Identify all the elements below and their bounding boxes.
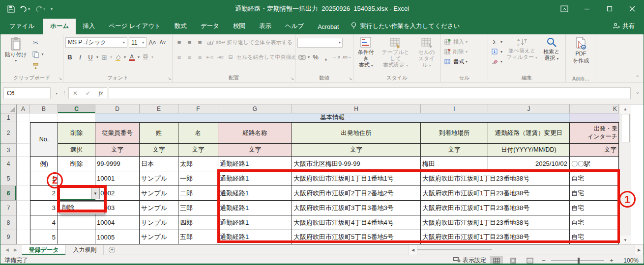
cell-b4-example[interactable]: 例) <box>30 157 58 171</box>
font-size-combo[interactable]: 11▾ <box>129 37 146 48</box>
tab-formulas[interactable]: 数式 <box>168 19 194 34</box>
cell-b9[interactable]: 5 <box>30 230 58 244</box>
insert-cells-icon[interactable] <box>443 37 452 47</box>
cell-f3-type[interactable]: 文字 <box>178 144 218 157</box>
cell-i9[interactable]: 大阪府吹田市江坂町1丁目23番地38号 <box>421 230 570 244</box>
cell-b8[interactable]: 4 <box>30 215 58 230</box>
cell-d5[interactable]: 10001 <box>95 171 140 186</box>
cell-g2-route-name[interactable]: 経路名称 <box>218 122 292 144</box>
column-header-f[interactable]: F <box>178 105 218 113</box>
view-page-break-icon[interactable] <box>524 256 536 265</box>
column-header-e[interactable]: E <box>140 105 178 113</box>
align-top-icon[interactable]: ≡ <box>175 38 183 48</box>
cell-d3-type[interactable]: 文字 <box>95 144 140 157</box>
cell-e4[interactable]: 日本 <box>140 157 178 171</box>
cell-a6[interactable] <box>17 186 30 201</box>
cell-c4[interactable]: 削除 <box>58 157 95 171</box>
merge-center-icon[interactable]: ⊟ <box>226 53 235 62</box>
save-icon[interactable] <box>7 5 15 13</box>
cell-f8[interactable]: 四郎 <box>178 215 218 230</box>
formula-bar-divider[interactable]: ⁞ <box>62 91 66 96</box>
cell-k4[interactable]: 〇〇駅 <box>570 157 619 171</box>
cell-a9[interactable] <box>17 230 30 244</box>
cell-b2-no[interactable]: No. <box>30 122 58 157</box>
cell-g3-type[interactable]: 文字 <box>218 144 292 157</box>
conditional-formatting-button[interactable]: 条件付き 書式 ▾ <box>355 36 377 74</box>
cell-d2-employee-no[interactable]: 従業員番号 <box>95 122 140 144</box>
row-header-1[interactable]: 1 <box>0 113 17 122</box>
cell-f7[interactable]: 三郎 <box>178 201 218 215</box>
display-settings-button[interactable]: 表示設定 <box>453 256 486 265</box>
accounting-format-icon[interactable] <box>297 53 306 62</box>
ribbon-display-options-icon[interactable] <box>553 0 576 17</box>
column-header-b[interactable]: B <box>30 105 58 113</box>
cell-e7[interactable]: サンプル <box>140 201 178 215</box>
comma-style-icon[interactable]: , <box>322 53 330 62</box>
cell-k2-interchange[interactable]: 出発・乗 インターチ <box>570 122 619 144</box>
cell-g9[interactable]: 通勤経路1 <box>218 230 292 244</box>
column-header-g[interactable]: G <box>218 105 292 113</box>
alignment-dialog-launcher-icon[interactable]: ↘ <box>291 77 294 81</box>
cell-d9[interactable]: 10005 <box>95 230 140 244</box>
cell-k5[interactable]: 自宅 <box>570 171 619 186</box>
tab-home[interactable]: ホーム <box>43 19 76 34</box>
cell-c2-delete[interactable]: 削除 <box>58 122 95 144</box>
row-header-2[interactable]: 2 <box>0 122 17 144</box>
row-header-5[interactable]: 5 <box>0 171 17 186</box>
phonetic-guide-icon[interactable]: 亜 <box>141 53 150 62</box>
zoom-out-icon[interactable]: − <box>540 257 547 264</box>
cell-f2-first-name[interactable]: 名 <box>178 122 218 144</box>
vertical-scroll-thumb[interactable] <box>621 114 630 142</box>
cell-h8[interactable]: 大阪府吹田市江坂町4丁目4番地4号 <box>292 215 421 230</box>
cell-a5[interactable] <box>17 171 30 186</box>
row-header-3[interactable]: 3 <box>0 144 17 157</box>
wrap-text-icon[interactable]: ab↩ <box>216 38 226 48</box>
format-cells-icon[interactable] <box>443 56 452 66</box>
cell-c9[interactable] <box>58 230 95 244</box>
cell-f5[interactable]: 一郎 <box>178 171 218 186</box>
column-header-i[interactable]: I <box>421 105 488 113</box>
fill-color-icon[interactable] <box>114 53 122 62</box>
cell-g7[interactable]: 通勤経路1 <box>218 201 292 215</box>
cell-k7[interactable]: 自宅 <box>570 201 619 215</box>
clear-icon[interactable] <box>490 56 499 66</box>
row-header-7[interactable]: 7 <box>0 201 17 215</box>
cell-styles-button[interactable]: セルの スタイル ▾ <box>414 36 439 74</box>
cell-h6[interactable]: 大阪府吹田市江坂町2丁目2番地2号 <box>292 186 421 201</box>
row-header-6[interactable]: 6 <box>0 186 17 201</box>
zoom-slider[interactable] <box>551 260 604 261</box>
cell-a7[interactable] <box>17 201 30 215</box>
delete-cells-icon[interactable] <box>443 47 452 56</box>
increase-indent-icon[interactable]: ⇥≡ <box>216 53 225 62</box>
cell-g6[interactable]: 通勤経路1 <box>218 186 292 201</box>
cell-a3[interactable] <box>17 144 30 157</box>
zoom-slider-thumb[interactable] <box>578 258 580 264</box>
cell-d4[interactable]: 99-9999 <box>95 157 140 171</box>
fill-icon[interactable] <box>490 47 499 56</box>
scroll-right-icon[interactable]: ▶ <box>635 245 644 255</box>
scroll-left-icon[interactable]: ◀ <box>409 245 417 255</box>
cell-k1-band[interactable] <box>570 113 619 122</box>
minimize-icon[interactable] <box>576 0 598 17</box>
cell-c5[interactable] <box>58 171 95 186</box>
cell-a1[interactable] <box>17 113 30 122</box>
tab-split-handle[interactable]: ⁞ <box>401 247 409 252</box>
column-header-h[interactable]: H <box>292 105 421 113</box>
column-header-c[interactable]: C <box>58 105 95 113</box>
cell-b7[interactable]: 3 <box>30 201 58 215</box>
undo-icon[interactable]: ▾ <box>20 5 30 12</box>
cell-e6[interactable]: サンプル <box>140 186 178 201</box>
cell-k9[interactable]: 自宅 <box>570 230 619 244</box>
format-as-table-button[interactable]: テーブルとして 書式設定 ▾ <box>379 36 413 74</box>
cell-j3-date-format[interactable]: 日付(YYYY/MM/DD) <box>488 144 570 157</box>
validation-dropdown-button[interactable]: ▼ <box>91 187 100 199</box>
dropdown-item-delete[interactable]: 削除 <box>62 204 74 212</box>
copy-caret[interactable]: ▾ <box>42 52 44 56</box>
tab-view[interactable]: 表示 <box>252 19 278 34</box>
cell-a4[interactable] <box>17 157 30 171</box>
view-normal-icon[interactable] <box>490 256 503 265</box>
cell-j4[interactable]: 2025/10/02 <box>488 157 570 171</box>
format-painter-icon[interactable] <box>31 61 40 71</box>
qat-customize-icon[interactable]: ▾ <box>51 7 53 11</box>
merge-center-label[interactable]: セルを結合して中央揃え <box>236 53 297 61</box>
